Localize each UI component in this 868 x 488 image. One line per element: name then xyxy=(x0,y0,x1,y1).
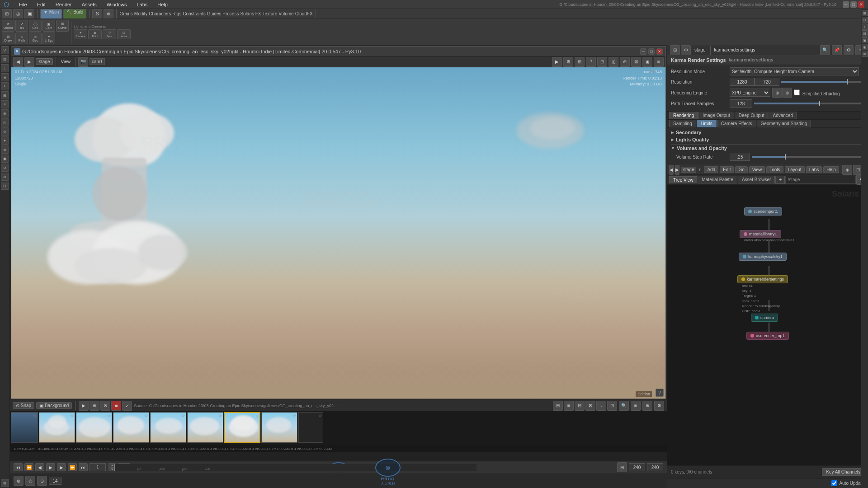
sidebar-icon-15[interactable]: ⊟ xyxy=(1,182,9,190)
sidebar-icon-3[interactable]: ◈ xyxy=(1,73,9,81)
sidebar-icon-7[interactable]: ⊕ xyxy=(1,109,9,117)
shelf-tool-1[interactable]: ⟳Object xyxy=(2,20,14,32)
tab-image-output[interactable]: Image Output xyxy=(698,112,734,119)
stage-labs[interactable]: Labs xyxy=(806,166,822,173)
stage-tab-treeview[interactable]: Tree View xyxy=(669,176,697,183)
volume-step-input[interactable] xyxy=(730,153,750,161)
engine-icon-2[interactable]: ⊗ xyxy=(782,88,792,98)
sidebar-icon-4[interactable]: ⌖ xyxy=(1,82,9,90)
shelf-tool-6[interactable]: ⊠Draw xyxy=(2,33,14,44)
window-maximize[interactable]: □ xyxy=(850,1,857,8)
stage-path-input[interactable]: /stage xyxy=(785,176,856,184)
viewport-icon-5[interactable]: ⊕ xyxy=(620,57,630,67)
menu-labs[interactable]: Labs xyxy=(135,1,149,8)
frame-input[interactable] xyxy=(90,463,106,471)
menu-edit[interactable]: Edit xyxy=(35,1,47,8)
volume-step-slider[interactable] xyxy=(752,156,864,158)
cam-dropdown[interactable]: cam1 xyxy=(90,58,105,65)
sidebar-icon-8[interactable]: ◎ xyxy=(1,118,9,127)
window-close[interactable]: ✕ xyxy=(858,1,864,8)
toolbar-icon-2[interactable]: ◎ xyxy=(13,9,23,19)
stage-tools[interactable]: Tools xyxy=(766,166,783,173)
shelf-tool-9[interactable]: ✦L-Sys xyxy=(42,33,55,44)
tab-advanced[interactable]: Advanced xyxy=(769,112,797,119)
rr-icon-1[interactable]: ⊞ xyxy=(862,10,868,16)
main-dropdown[interactable]: ▼ Main xyxy=(40,9,62,19)
render-settings-icon[interactable]: ⚙ xyxy=(563,57,573,67)
sidebar-icon-1[interactable]: ⊡ xyxy=(1,55,9,63)
win-close[interactable]: ✕ xyxy=(656,48,663,55)
toolbar-icon-3[interactable]: ▣ xyxy=(24,9,34,19)
timeline-ruler[interactable]: 50 100 150 200 xyxy=(114,464,477,472)
shelf-tool-2[interactable]: ↗Trs xyxy=(15,20,28,32)
simplified-shading-label[interactable]: Simplified Shading xyxy=(794,89,840,96)
rp-search[interactable]: 🔍 xyxy=(820,45,830,55)
subtab-geo-shading[interactable]: Geometry and Shading xyxy=(757,120,811,127)
toolbar-icon-1[interactable]: ⊞ xyxy=(2,9,12,19)
filmstrip-item-5[interactable]: ☆ xyxy=(187,412,223,443)
stage-tab-material[interactable]: Material Palette xyxy=(698,176,737,183)
playback-play[interactable]: ▶ xyxy=(46,463,55,471)
subtab-limits[interactable]: Limits xyxy=(697,120,717,127)
stage-edit[interactable]: Edit xyxy=(720,166,734,173)
node-materiallibrary1[interactable]: materiallibrary1 xyxy=(740,230,781,238)
range-start[interactable] xyxy=(629,463,645,471)
fs-view-6[interactable]: ⊡ xyxy=(607,401,617,411)
stage-view-menu[interactable]: View xyxy=(749,166,765,173)
cam-icon[interactable]: 📷 xyxy=(78,57,88,67)
rr-icon-7[interactable]: ⊕ xyxy=(862,51,868,57)
stage-help[interactable]: Help xyxy=(823,166,839,173)
light-tool-2[interactable]: ◉Point xyxy=(88,29,102,39)
nav-back[interactable]: ◀ xyxy=(13,57,23,67)
rp-icon-2[interactable]: ⚙ xyxy=(681,45,691,55)
sidebar-icon-bottom[interactable]: ⊞ xyxy=(1,479,9,487)
stage-nav-forward[interactable]: ▶ xyxy=(675,165,679,175)
playback-step-prev[interactable]: ◀ xyxy=(35,463,44,471)
sidebar-icon-5[interactable]: ⊞ xyxy=(1,91,9,99)
playback-prev[interactable]: ⏪ xyxy=(24,463,33,471)
frame-current-2[interactable] xyxy=(49,477,61,485)
shelf-tool-7[interactable]: ⊕Path xyxy=(15,33,28,44)
filmstrip-item-2[interactable]: ☆ xyxy=(76,412,112,443)
simplified-shading-checkbox[interactable] xyxy=(794,89,800,95)
rp-pin[interactable]: 📌 xyxy=(832,45,842,55)
stage-tab-add[interactable]: + xyxy=(775,176,785,184)
stage-icon-1[interactable]: ◈ xyxy=(842,165,852,175)
fs-search[interactable]: 🔍 xyxy=(619,401,629,411)
fs-view-5[interactable]: ≈ xyxy=(596,401,606,411)
magnet-icon[interactable]: ⊕ xyxy=(104,9,113,19)
playback-end[interactable]: ⏭ xyxy=(79,463,88,471)
samples-input[interactable] xyxy=(730,99,752,108)
tab-rendering[interactable]: Rendering xyxy=(669,112,698,119)
filmstrip-item-6-selected[interactable]: ☆ xyxy=(224,412,260,443)
playback-next[interactable]: ⏩ xyxy=(68,463,77,471)
playback-start[interactable]: ⏮ xyxy=(14,463,23,471)
fs-view-4[interactable]: ⊠ xyxy=(585,401,595,411)
filmstrip-item-4[interactable]: ☆ xyxy=(150,412,186,443)
node-camera[interactable]: camera xyxy=(751,314,778,322)
window-minimize[interactable]: ─ xyxy=(843,1,849,8)
fs-icon-4[interactable]: ■ xyxy=(111,401,121,411)
rr-icon-2[interactable]: ⊡ xyxy=(862,17,868,23)
frame-range-icon[interactable]: ⊟ xyxy=(617,462,627,472)
viewport-icon-2[interactable]: ? xyxy=(586,57,596,67)
shelf-tool-8[interactable]: ≋Geo xyxy=(29,33,42,44)
rp-gear[interactable]: ⚙ xyxy=(844,45,854,55)
volumes-section[interactable]: ▼ Volumes and Opacity xyxy=(671,145,864,151)
rp-icon-1[interactable]: ⊞ xyxy=(670,45,680,55)
menu-render[interactable]: Render xyxy=(54,1,74,8)
snap-icon[interactable]: S xyxy=(92,9,102,19)
lights-quality-section[interactable]: ▶ Lights Quality xyxy=(671,137,864,142)
stage-nav-back[interactable]: ◀ xyxy=(669,165,674,175)
playback-step-next[interactable]: ▶ xyxy=(57,463,66,471)
filmstrip-item-1[interactable]: ☆ xyxy=(39,412,75,443)
viewport-corner-br[interactable]: ? xyxy=(656,389,664,397)
light-tool-3[interactable]: ▽Spot xyxy=(103,29,116,39)
node-sceneimport1[interactable]: sceneimport1 xyxy=(744,207,782,216)
res-slider[interactable] xyxy=(781,81,864,83)
subtab-sampling[interactable]: Sampling xyxy=(669,120,696,127)
resolution-mode-select[interactable]: Set Width, Compute Height from Camera xyxy=(730,67,859,75)
viewport-icon-1[interactable]: ⊞ xyxy=(575,57,585,67)
key-all-channels-btn[interactable]: Key All Channels xyxy=(822,468,864,476)
win-minimize[interactable]: ─ xyxy=(640,48,646,55)
